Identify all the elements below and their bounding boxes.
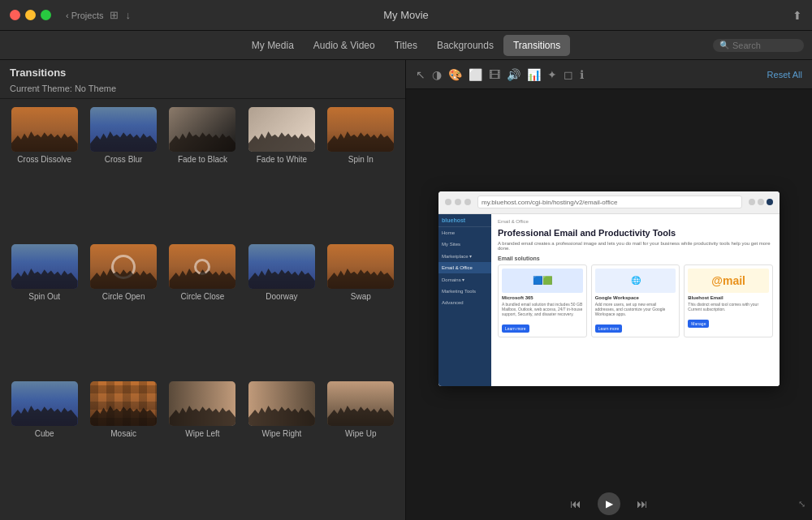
nav-transitions[interactable]: Transitions	[503, 35, 570, 56]
bh-card-ms365-img: 🟦🟩	[502, 269, 583, 293]
transition-circle-close[interactable]: Circle Close	[166, 244, 239, 375]
bh-nav-advanced: Advanced	[438, 297, 491, 308]
toolbar-icons: ↖ ◑ 🎨 ⬜ 🎞 🔊 📊 ✦ ◻ ℹ	[416, 68, 584, 81]
transition-fade-white[interactable]: Fade to White	[245, 107, 317, 238]
next-button[interactable]: ⏭	[637, 497, 648, 510]
transition-label: Doorway	[266, 292, 297, 301]
back-button[interactable]: ‹ Projects	[66, 11, 103, 20]
transition-cross-blur[interactable]: Cross Blur	[87, 107, 159, 238]
transition-wipe-left[interactable]: Wipe Left	[166, 381, 239, 512]
chart-icon[interactable]: 📊	[527, 68, 541, 81]
bh-card-ms365-btn[interactable]: Learn more	[502, 324, 529, 333]
transition-label: Wipe Right	[261, 429, 301, 438]
transition-thumb	[327, 381, 394, 426]
bh-nav-email: Email & Office	[438, 262, 491, 273]
transition-label: Fade to Black	[178, 155, 227, 164]
transition-wipe-right[interactable]: Wipe Right	[245, 381, 317, 512]
transition-fade-black[interactable]: Fade to Black	[166, 107, 239, 238]
title-bar: ‹ Projects ⊞ ↓ My Movie ⬆	[0, 0, 812, 31]
video-icon[interactable]: 🎞	[489, 68, 500, 81]
expand-button[interactable]: ⤡	[798, 499, 806, 509]
browser-dot-green	[464, 199, 471, 205]
transition-thumb	[169, 107, 235, 152]
transition-label: Circle Open	[102, 292, 145, 301]
transition-thumb	[248, 381, 315, 426]
reset-all-button[interactable]: Reset All	[767, 70, 802, 80]
nav-backgrounds[interactable]: Backgrounds	[427, 35, 503, 56]
nav-my-media[interactable]: My Media	[242, 35, 304, 56]
traffic-lights	[0, 10, 51, 20]
play-button[interactable]: ▶	[598, 492, 620, 515]
transition-label: Cube	[35, 429, 54, 438]
bh-nav-marketplace: Marketplace ▾	[438, 250, 491, 262]
browser-nav-dot	[749, 199, 755, 205]
transition-spin-in[interactable]: Spin In	[325, 107, 397, 238]
bh-card-workspace-btn[interactable]: Learn more	[595, 324, 623, 333]
shape-icon[interactable]: ◻	[564, 68, 573, 81]
minimize-button[interactable]	[25, 10, 36, 20]
bh-page-desc: A branded email creates a professional i…	[498, 241, 773, 251]
browser-user-dot	[767, 199, 773, 205]
transition-thumb	[11, 244, 78, 289]
transition-thumb	[248, 244, 315, 289]
sort-icon[interactable]: ↓	[125, 9, 131, 21]
transition-thumb	[169, 381, 235, 426]
bh-card-ms365: 🟦🟩 Microsoft 365 A bundled email solutio…	[498, 264, 587, 337]
transition-mosaic[interactable]: Mosaic	[87, 381, 159, 512]
transition-icon[interactable]: ✦	[547, 68, 557, 81]
audio-icon[interactable]: 🔊	[507, 68, 520, 81]
nav-bar: My Media Audio & Video Titles Background…	[0, 31, 812, 60]
bh-nav-sites: My Sites	[438, 239, 491, 250]
bh-card-bhemail-desc: This distinct email tool comes with your…	[688, 302, 769, 312]
crop-icon[interactable]: ⬜	[469, 68, 482, 81]
main-area: Transitions Current Theme: No Theme Cros…	[0, 60, 812, 520]
add-clip-icon[interactable]: ⊞	[110, 9, 119, 21]
transition-cross-dissolve[interactable]: Cross Dissolve	[8, 107, 80, 238]
transition-thumb	[327, 107, 394, 152]
share-button[interactable]: ⬆	[793, 9, 802, 22]
bh-nav-domains: Domains ▾	[438, 273, 491, 286]
search-input[interactable]	[732, 41, 797, 50]
transition-label: Fade to White	[257, 155, 307, 164]
transition-label: Spin In	[348, 155, 374, 164]
bh-card-workspace-img: 🌐	[595, 269, 676, 293]
close-button[interactable]	[10, 10, 20, 20]
transition-spin-out[interactable]: Spin Out	[8, 244, 80, 375]
search-box: 🔍	[713, 39, 804, 52]
bh-page-title: Professional Email and Productivity Tool…	[498, 227, 773, 239]
nav-titles[interactable]: Titles	[385, 35, 427, 56]
transition-label: Spin Out	[28, 292, 60, 301]
transition-cube[interactable]: Cube	[8, 381, 80, 512]
transition-circle-open[interactable]: Circle Open	[87, 244, 159, 375]
transition-label: Wipe Left	[185, 429, 219, 438]
preview-content: bluehost Home My Sites Marketplace ▾ Ema…	[438, 214, 780, 386]
transition-swap[interactable]: Swap	[325, 244, 397, 375]
info-icon[interactable]: ℹ	[580, 68, 584, 81]
browser-dot-yellow	[455, 199, 461, 205]
bh-card-bhemail-btn[interactable]: Manage	[688, 320, 709, 328]
transition-wipe-up[interactable]: Wipe Up	[325, 381, 397, 512]
right-panel: ↖ ◑ 🎨 ⬜ 🎞 🔊 📊 ✦ ◻ ℹ Reset All	[406, 60, 812, 520]
color-icon[interactable]: ◑	[432, 68, 442, 81]
transition-label: Mosaic	[110, 429, 136, 438]
bh-cards: 🟦🟩 Microsoft 365 A bundled email solutio…	[498, 264, 773, 337]
preview-area: my.bluehost.com/cgi-bin/hosting/v2/email…	[406, 89, 812, 488]
browser-dot-red	[445, 199, 451, 205]
fullscreen-button[interactable]	[41, 10, 51, 20]
nav-audio-video[interactable]: Audio & Video	[304, 35, 385, 56]
prev-button[interactable]: ⏮	[570, 497, 581, 510]
transition-thumb	[248, 107, 315, 152]
transition-thumb	[11, 107, 78, 152]
search-icon: 🔍	[719, 41, 729, 49]
transitions-grid: Cross Dissolve Cross Blur Fade to Black …	[0, 99, 405, 520]
color-palette-icon[interactable]: 🎨	[448, 68, 462, 81]
theme-label: Current Theme: No Theme	[0, 82, 405, 99]
bh-card-bhemail: @mail Bluehost Email This distinct email…	[684, 264, 773, 337]
transition-label: Swap	[351, 292, 371, 301]
transition-doorway[interactable]: Doorway	[245, 244, 317, 375]
pointer-icon[interactable]: ↖	[416, 68, 425, 81]
transition-thumb	[90, 244, 157, 289]
bh-card-ms365-desc: A bundled email solution that includes 5…	[502, 302, 583, 316]
browser-menu-dot	[758, 199, 764, 205]
transitions-panel: Transitions Current Theme: No Theme Cros…	[0, 60, 406, 520]
